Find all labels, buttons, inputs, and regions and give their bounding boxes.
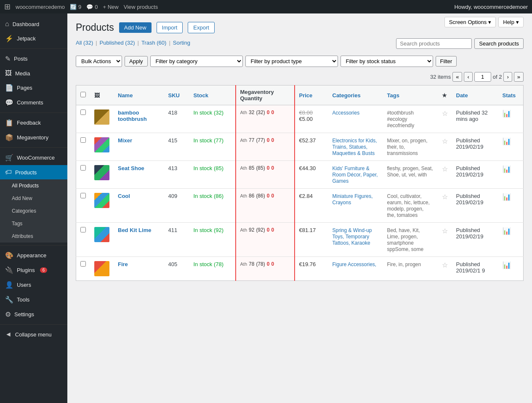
screen-options-button[interactable]: Screen Options ▾ — [444, 17, 496, 27]
product-name[interactable]: Bed Kit Lime — [118, 227, 151, 233]
th-stock[interactable]: Stock — [189, 85, 236, 105]
stats-chart-icon[interactable]: 📊 — [503, 138, 511, 145]
apply-button[interactable]: Apply — [125, 56, 148, 67]
product-categories[interactable]: Electronics for Kids, Trains, Statues, M… — [332, 138, 377, 156]
sidebar-item-pages[interactable]: 📄 Pages — [0, 80, 67, 95]
row-date-cell: Published 2019/02/19 — [452, 189, 498, 223]
pagination-page-input[interactable] — [474, 72, 491, 82]
pagination-last-button[interactable]: » — [514, 72, 524, 82]
stock-status: In stock (77) — [194, 137, 224, 144]
stats-chart-icon[interactable]: 📊 — [503, 110, 511, 117]
product-thumbnail — [94, 193, 109, 208]
product-name[interactable]: Fire — [118, 261, 128, 267]
row-checkbox[interactable] — [80, 109, 86, 115]
filter-button[interactable]: Filter — [436, 56, 457, 67]
sidebar-item-tools[interactable]: 🔧 Tools — [0, 292, 67, 307]
sidebar-item-attributes[interactable]: Attributes — [0, 230, 67, 243]
filter-stock-status-select[interactable]: Filter by stock status — [340, 56, 433, 67]
subnav-published-link[interactable]: Published (32) — [100, 40, 135, 46]
row-checkbox[interactable] — [80, 165, 86, 171]
row-checkbox[interactable] — [80, 261, 86, 267]
star-button[interactable]: ☆ — [442, 261, 448, 269]
subnav-trash-link[interactable]: Trash (60) — [141, 40, 167, 46]
sidebar-collapse-button[interactable]: ◄ Collapse menu — [0, 327, 67, 342]
th-date[interactable]: Date — [452, 85, 498, 105]
import-button[interactable]: Import — [157, 22, 183, 33]
filter-category-select[interactable]: Filter by category — [150, 56, 243, 67]
sidebar-item-comments[interactable]: 💬 Comments — [0, 95, 67, 110]
sidebar-item-users[interactable]: 👤 Users — [0, 278, 67, 292]
sidebar-item-jetpack[interactable]: ⚡ Jetpack — [0, 31, 67, 46]
filter-product-type-select[interactable]: Filter by product type — [245, 56, 338, 67]
stats-chart-icon[interactable]: 📊 — [503, 165, 511, 173]
row-name-cell: Mixer — [114, 133, 164, 161]
sidebar-item-all-products[interactable]: All Products — [0, 179, 67, 192]
sidebar-label-dashboard: Dashboard — [13, 21, 40, 27]
product-categories[interactable]: Miniature Figures, Crayons — [332, 193, 373, 206]
row-star-cell: ☆ — [438, 189, 452, 223]
stats-chart-icon[interactable]: 📊 — [503, 193, 511, 200]
new-item[interactable]: + New — [103, 4, 119, 10]
view-products-link[interactable]: View products — [124, 4, 158, 10]
sidebar-item-settings[interactable]: ⚙ Settings — [0, 307, 67, 322]
th-sku[interactable]: SKU — [164, 85, 189, 105]
pagination-next-button[interactable]: › — [503, 72, 512, 82]
select-all-checkbox[interactable] — [80, 92, 86, 97]
sidebar-item-media[interactable]: 🖼 Media — [0, 66, 67, 80]
subnav-all-link[interactable]: All (32) — [76, 40, 93, 46]
th-name[interactable]: Name — [114, 85, 164, 105]
sidebar-item-woocommerce[interactable]: 🛒 WooCommerce — [0, 150, 67, 165]
row-checkbox[interactable] — [80, 227, 86, 232]
sidebar-item-add-new[interactable]: Add New — [0, 192, 67, 205]
star-button[interactable]: ☆ — [442, 227, 448, 235]
export-button[interactable]: Export — [188, 22, 215, 33]
star-button[interactable]: ☆ — [442, 109, 448, 117]
product-categories[interactable]: Accessories — [332, 110, 360, 116]
sidebar-item-appearance[interactable]: 🎨 Appearance — [0, 248, 67, 263]
product-categories[interactable]: Spring & Wind-up Toys, Temporary Tattoos… — [332, 227, 372, 246]
row-checkbox[interactable] — [80, 137, 86, 143]
sidebar-divider-2 — [0, 112, 67, 113]
stats-chart-icon[interactable]: 📊 — [503, 262, 511, 269]
sidebar-item-posts[interactable]: ✎ Posts — [0, 51, 67, 66]
row-checkbox[interactable] — [80, 193, 86, 198]
star-button[interactable]: ☆ — [442, 137, 448, 145]
help-button[interactable]: Help ▾ — [498, 17, 524, 27]
th-tags[interactable]: Tags — [383, 85, 438, 105]
product-name[interactable]: Cool — [118, 193, 130, 199]
star-button[interactable]: ☆ — [442, 165, 448, 173]
sidebar-item-tags[interactable]: Tags — [0, 217, 67, 230]
row-thumb-cell — [90, 223, 114, 257]
sidebar-item-dashboard[interactable]: ⌂ Dashboard — [0, 17, 67, 31]
sidebar-item-feedback[interactable]: 📋 Feedback — [0, 115, 67, 130]
site-name[interactable]: woocommercedemo — [16, 4, 65, 10]
mega-zero-2: 0 — [271, 109, 274, 115]
th-categories[interactable]: Categories — [328, 85, 383, 105]
th-price[interactable]: Price — [295, 85, 328, 105]
product-name[interactable]: Mixer — [118, 137, 132, 144]
table-row: bamboo toothbrush 418 In stock (32) Ath … — [76, 105, 524, 133]
pagination-first-button[interactable]: « — [452, 72, 462, 82]
updates-item[interactable]: 🔄 9 — [70, 4, 81, 10]
sidebar-item-plugins[interactable]: 🔌 Plugins 6 — [0, 263, 67, 278]
product-categories[interactable]: Figure Accessories, — [332, 262, 377, 267]
stats-chart-icon[interactable]: 📊 — [503, 227, 511, 235]
star-button[interactable]: ☆ — [442, 193, 448, 201]
sidebar-item-products[interactable]: 🏷 Products — [0, 165, 67, 179]
bulk-actions-select[interactable]: Bulk Actions — [76, 56, 122, 67]
subnav-sorting-link[interactable]: Sorting — [173, 40, 190, 46]
product-name[interactable]: bamboo toothbrush — [118, 109, 147, 122]
row-stock-cell: In stock (92) — [189, 223, 236, 257]
row-date-cell: Published 2019/02/19 — [452, 133, 498, 161]
table-row: Mixer 415 In stock (77) Ath 77 (77) 0 0 … — [76, 133, 524, 161]
product-name[interactable]: Seat Shoe — [118, 165, 144, 171]
sidebar-item-categories[interactable]: Categories — [0, 205, 67, 217]
search-button[interactable]: Search products — [474, 38, 524, 49]
add-new-button[interactable]: Add New — [119, 22, 152, 33]
search-input[interactable] — [396, 38, 472, 49]
product-categories[interactable]: Kids' Furniture & Room Décor, Paper, Gam… — [332, 165, 378, 184]
comments-item[interactable]: 💬 0 — [86, 4, 98, 10]
sidebar-item-megaventory[interactable]: 📦 Megaventory — [0, 130, 67, 145]
th-stats[interactable]: Stats — [498, 85, 524, 105]
pagination-prev-button[interactable]: ‹ — [464, 72, 472, 82]
